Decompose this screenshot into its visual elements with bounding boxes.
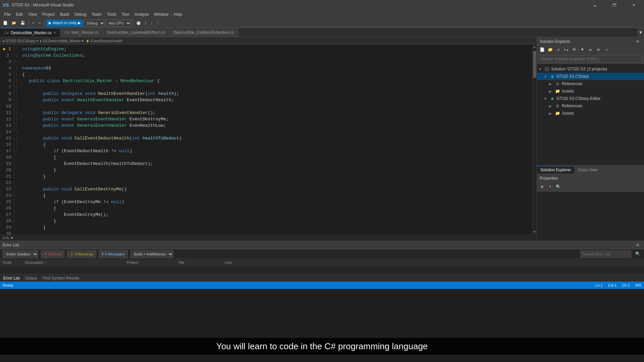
error-search-input[interactable] [580, 250, 631, 258]
code-line-15: public void CallEventDeductHealth(int he… [22, 135, 532, 141]
error-scope-filter[interactable]: Entire Solution [3, 250, 38, 258]
build-intellisense-dropdown[interactable]: Build + IntelliSense [130, 250, 173, 258]
tab-close-destructible-master[interactable]: ✕ [53, 31, 56, 35]
menu-build[interactable]: Build [57, 11, 72, 18]
tree-refs-editor[interactable]: ▶ ⊞ References [537, 102, 644, 110]
se-open-in-btn[interactable]: ↗ [603, 46, 610, 53]
menu-test[interactable]: Test [119, 11, 132, 18]
code-line-9: public event HealthEventHandler EventDed… [22, 97, 532, 103]
assets-editor-label: Assets [562, 111, 574, 116]
title-bar-controls: 🗕 🗖 ✕ [587, 0, 641, 10]
tab-item-master[interactable]: C# Item_Master.cs [60, 28, 103, 37]
scroll-thumb[interactable] [533, 51, 536, 78]
tab-low-health[interactable]: Destructible_LowHealthEffect.cs [103, 28, 169, 37]
code-line-11: public delegate void GeneralEventHandler… [22, 110, 532, 116]
zoom-level: 0 % ▼ [3, 236, 14, 240]
toolbar-breakpoint[interactable]: ⬤ [135, 19, 142, 27]
status-ready: Ready [3, 283, 13, 287]
bottom-tab-output[interactable]: Output [23, 275, 39, 281]
se-props-btn[interactable]: ⚙ [595, 46, 602, 53]
tree-refs-csharp[interactable]: ▶ ⊞ References [537, 80, 644, 87]
menu-file[interactable]: File [1, 11, 13, 18]
code-line-8: public delegate void HealthEventHandler(… [22, 90, 532, 97]
code-line-18: { [22, 154, 532, 161]
breadcrumb-class[interactable]: ♦ S3.Destructible_Master [40, 39, 81, 43]
code-line-28: } [22, 218, 532, 224]
menu-tools[interactable]: Tools [104, 11, 119, 18]
se-sync-btn[interactable]: ⇄ [587, 46, 594, 53]
bottom-tab-find-results[interactable]: Find Symbol Results [41, 275, 82, 281]
bottom-tab-error-list[interactable]: Error List [1, 275, 22, 281]
solution-arrow: ▼ [538, 67, 544, 71]
se-pending-changes-btn[interactable]: ⚑ [579, 46, 586, 53]
menu-project[interactable]: Project [40, 11, 57, 18]
toolbar-step-in[interactable]: ↓ [149, 19, 155, 27]
scroll-up-arrow[interactable]: ▲ [533, 45, 536, 50]
tree-solution[interactable]: ▼ ⬛ Solution 'GTGD S3' (2 projects) [537, 65, 644, 73]
props-grid-btn[interactable]: ⊞ [538, 184, 546, 190]
se-search-input[interactable] [538, 55, 643, 63]
menu-view[interactable]: View [25, 11, 40, 18]
scroll-down-arrow[interactable]: ▼ [533, 230, 536, 235]
toolbar-save[interactable]: 💾 [19, 19, 27, 27]
vertical-scrollbar[interactable]: ▲ ▼ [532, 45, 537, 235]
close-button[interactable]: ✕ [626, 0, 641, 10]
toolbar-undo[interactable]: ↩ [31, 19, 36, 27]
tab-icon-cs2: C# [64, 31, 69, 35]
code-line-10 [22, 103, 532, 110]
cpu-dropdown[interactable]: Any CPU [106, 19, 131, 27]
tree-assets-csharp[interactable]: ▶ 📁 Assets [537, 87, 644, 95]
menu-window[interactable]: Window [151, 11, 171, 18]
refs-editor-label: References [562, 104, 582, 108]
menu-team[interactable]: Team [89, 11, 104, 18]
tab-solution-explorer[interactable]: Solution Explorer [537, 166, 574, 174]
maximize-button[interactable]: 🗖 [606, 0, 622, 10]
breadcrumb-member[interactable]: ⚡ EventDeductHealth [86, 39, 122, 43]
messages-toggle[interactable]: ℹ 0 Messages [99, 250, 127, 258]
toolbar-open[interactable]: 📂 [10, 19, 18, 27]
breadcrumb-sep2: ▸ [82, 39, 84, 43]
props-search-btn[interactable]: 🔍 [554, 184, 562, 190]
refs-editor-icon: ⊞ [554, 104, 560, 108]
toolbar-step-out[interactable]: ↑ [155, 19, 161, 27]
toolbar-step-over[interactable]: ⤵ [143, 19, 148, 27]
menu-help[interactable]: Help [171, 11, 185, 18]
code-editor[interactable]: ▶ 1 2 3 4 5 6 7 8 9 10 11 12 13 14 15 16… [0, 45, 537, 235]
menu-analyze[interactable]: Analyze [132, 11, 152, 18]
menu-debug[interactable]: Debug [72, 11, 89, 18]
error-search-btn[interactable]: 🔍 [634, 251, 641, 257]
code-content[interactable]: using UnityEngine; using System.Collecti… [19, 45, 532, 235]
se-new-file-btn[interactable]: 📄 [538, 46, 546, 53]
tab-collision[interactable]: Destructible_CollisionDetection.cs [169, 28, 238, 37]
code-line-16: { [22, 141, 532, 148]
tab-class-view[interactable]: Class View [574, 166, 601, 174]
menu-edit[interactable]: Edit [13, 11, 25, 18]
se-new-folder-btn[interactable]: 📁 [546, 46, 554, 53]
se-collapse-btn[interactable]: ▾▴ [562, 46, 570, 53]
tab-overflow-button[interactable]: ▼ [637, 28, 644, 37]
debug-start-button[interactable]: ▶ Attach to Unity ▶ [46, 19, 83, 27]
tree-project-editor[interactable]: ▼ ◈ GTGD S3.CSharp.Editor [537, 95, 644, 102]
refs-csharp-icon: ⊞ [554, 81, 560, 86]
assets-csharp-arrow: ▶ [549, 89, 554, 93]
error-toolbar: Entire Solution ✕ 0 Errors ⚠ 0 Warnings … [0, 249, 644, 259]
title-bar-left: VS GTGD S3 - Microsoft Visual Studio [3, 2, 74, 8]
minimize-button[interactable]: 🗕 [587, 0, 602, 10]
se-refresh-btn[interactable]: ↺ [554, 46, 562, 53]
error-panel-close[interactable]: ✕ [634, 242, 641, 248]
tree-project-csharp[interactable]: ▼ ◈ GTGD S3.CSharp [537, 73, 644, 80]
se-show-all-btn[interactable]: 👁 [571, 46, 578, 53]
code-line-14 [22, 129, 532, 135]
tree-assets-editor[interactable]: ▶ 📁 Assets [537, 110, 644, 117]
props-sort-btn[interactable]: ⬇ [546, 184, 554, 190]
debug-config-dropdown[interactable]: Debug [84, 19, 105, 27]
toolbar-new[interactable]: 📄 [1, 19, 9, 27]
se-close-button[interactable]: ✕ [634, 38, 641, 45]
tab-destructible-master[interactable]: C# Destructible_Master.cs ✕ [0, 28, 60, 37]
errors-toggle[interactable]: ✕ 0 Errors [41, 250, 64, 258]
title-bar: VS GTGD S3 - Microsoft Visual Studio 🗕 🗖… [0, 0, 644, 10]
toolbar-redo[interactable]: ↪ [37, 19, 43, 27]
status-bar-left: Ready [3, 283, 13, 287]
breadcrumb-project[interactable]: ♦ GTGD S3.CSharp [3, 39, 35, 43]
warnings-toggle[interactable]: ⚠ 0 Warnings [67, 250, 96, 258]
